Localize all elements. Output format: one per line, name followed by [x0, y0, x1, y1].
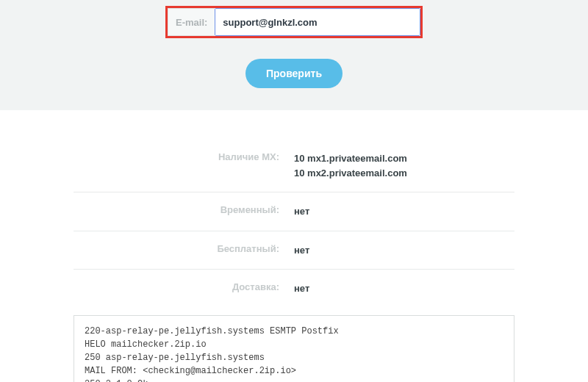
free-label: Бесплатный: [74, 243, 294, 254]
check-button[interactable]: Проверить [245, 59, 343, 88]
mx-record: 10 mx2.privateemail.com [294, 166, 514, 181]
delivery-value: нет [294, 281, 514, 296]
email-input-wrap [215, 8, 420, 36]
email-label: E-mail: [168, 8, 215, 36]
temporary-label: Временный: [74, 204, 294, 215]
email-box: E-mail: [165, 6, 423, 38]
mx-label: Наличие MX: [74, 151, 294, 162]
email-input[interactable] [215, 9, 420, 35]
delivery-label: Доставка: [74, 281, 294, 292]
row-mx: Наличие MX: 10 mx1.privateemail.com 10 m… [74, 140, 514, 192]
temporary-value: нет [294, 204, 514, 219]
row-temporary: Временный: нет [74, 192, 514, 231]
row-free: Бесплатный: нет [74, 231, 514, 270]
smtp-log: 220-asp-relay-pe.jellyfish.systems ESMTP… [74, 315, 514, 383]
results-table: Наличие MX: 10 mx1.privateemail.com 10 m… [74, 140, 514, 308]
free-value: нет [294, 243, 514, 258]
row-delivery: Доставка: нет [74, 269, 514, 308]
mx-record: 10 mx1.privateemail.com [294, 151, 514, 166]
check-form-panel: E-mail: Проверить [0, 0, 588, 110]
mx-value: 10 mx1.privateemail.com 10 mx2.privateem… [294, 151, 514, 180]
